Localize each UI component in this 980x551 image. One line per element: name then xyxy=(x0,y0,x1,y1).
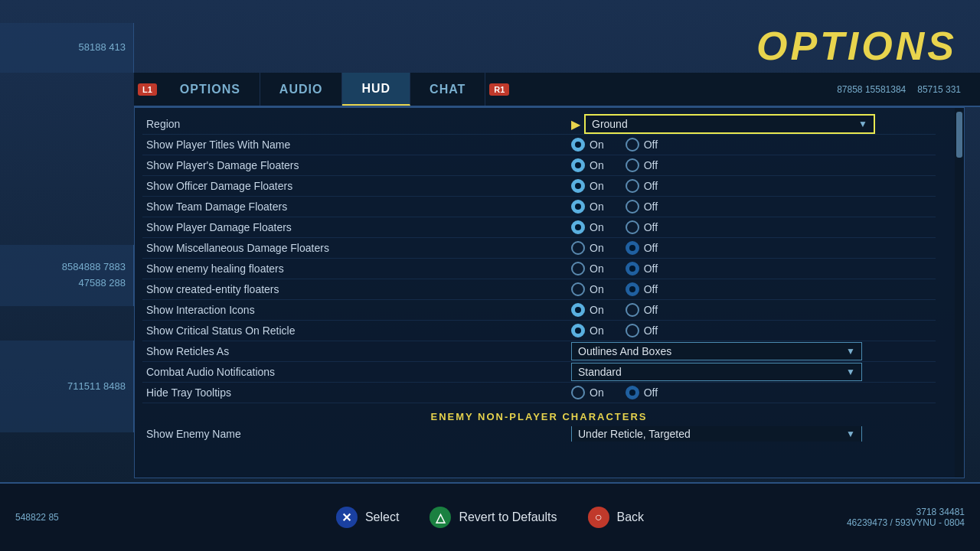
players-damage-on-radio[interactable] xyxy=(571,158,585,172)
interaction-icons-on-label: On xyxy=(590,304,604,316)
interaction-icons-on-radio[interactable] xyxy=(571,303,585,317)
critical-status-off-option[interactable]: Off xyxy=(626,324,658,337)
scrollbar-thumb[interactable] xyxy=(956,112,962,158)
hide-tray-off-radio[interactable] xyxy=(626,386,639,399)
players-damage-off-radio[interactable] xyxy=(626,158,639,172)
setting-row-reticles: Show Reticles As Outlines And Boxes ▼ xyxy=(142,341,936,362)
tab-options[interactable]: OPTIONS xyxy=(161,73,260,106)
tab-spacer: 87858 15581384 85715 331 xyxy=(513,73,980,106)
titles-off-option[interactable]: Off xyxy=(626,138,658,152)
bottom-stat-left: 548822 85 xyxy=(15,512,59,523)
back-button[interactable]: ○ Back xyxy=(587,507,644,528)
players-damage-off-option[interactable]: Off xyxy=(626,158,658,172)
created-entity-on-label: On xyxy=(590,283,604,295)
interaction-icons-off-option[interactable]: Off xyxy=(626,303,658,317)
titles-on-radio[interactable] xyxy=(571,138,585,152)
officer-damage-radio-group: On Off xyxy=(571,179,936,193)
enemy-healing-on-option[interactable]: On xyxy=(571,262,604,276)
region-label: Region xyxy=(142,118,571,130)
reticles-dropdown-arrow: ▼ xyxy=(846,346,855,357)
enemy-healing-radio-group: On Off xyxy=(571,262,936,276)
enemy-healing-off-radio[interactable] xyxy=(626,262,639,276)
region-arrow: ▶ xyxy=(571,117,580,132)
misc-damage-on-option[interactable]: On xyxy=(571,241,604,255)
enemy-healing-label: Show enemy healing floaters xyxy=(142,262,571,275)
setting-row-enemy-name: Show Enemy Name Under Reticle, Targeted … xyxy=(142,426,936,442)
setting-row-interaction-icons: Show Interaction Icons On Off xyxy=(142,300,936,321)
setting-row-player-damage: Show Player Damage Floaters On Off xyxy=(142,217,936,238)
setting-row-combat-audio: Combat Audio Notifications Standard ▼ xyxy=(142,362,936,383)
players-damage-off-label: Off xyxy=(644,159,658,171)
interaction-icons-on-option[interactable]: On xyxy=(571,303,604,317)
officer-damage-on-option[interactable]: On xyxy=(571,179,604,193)
region-dropdown[interactable]: Ground ▼ xyxy=(584,114,875,134)
players-damage-on-option[interactable]: On xyxy=(571,158,604,172)
critical-status-on-option[interactable]: On xyxy=(571,324,604,337)
combat-audio-dropdown-container: Standard ▼ xyxy=(571,363,862,381)
team-damage-on-option[interactable]: On xyxy=(571,200,604,214)
hide-tray-off-option[interactable]: Off xyxy=(626,386,658,399)
players-damage-on-label: On xyxy=(590,159,604,171)
tab-hud[interactable]: HUD xyxy=(342,73,410,106)
titles-off-radio[interactable] xyxy=(626,138,639,152)
l1-badge: L1 xyxy=(138,83,157,96)
tab-audio[interactable]: AUDIO xyxy=(260,73,343,106)
enemy-healing-on-radio[interactable] xyxy=(571,262,585,276)
setting-row-team-damage: Show Team Damage Floaters On Off xyxy=(142,197,936,217)
titles-on-option[interactable]: On xyxy=(571,138,604,152)
player-damage-off-option[interactable]: Off xyxy=(626,220,658,234)
player-damage-off-radio[interactable] xyxy=(626,220,639,234)
created-entity-off-radio[interactable] xyxy=(626,282,639,296)
critical-status-radio-group: On Off xyxy=(571,324,936,337)
created-entity-on-option[interactable]: On xyxy=(571,282,604,296)
created-entity-off-label: Off xyxy=(644,283,658,295)
officer-damage-on-label: On xyxy=(590,180,604,192)
enemy-name-dropdown[interactable]: Under Reticle, Targeted ▼ xyxy=(571,426,862,442)
player-damage-on-option[interactable]: On xyxy=(571,220,604,234)
select-button[interactable]: ✕ Select xyxy=(336,507,399,528)
scrollbar-track xyxy=(955,108,964,478)
misc-damage-on-radio[interactable] xyxy=(571,241,585,255)
created-entity-off-option[interactable]: Off xyxy=(626,282,658,296)
tab-chat[interactable]: CHAT xyxy=(410,73,485,106)
interaction-icons-radio-group: On Off xyxy=(571,303,936,317)
player-damage-on-label: On xyxy=(590,221,604,233)
enemy-healing-off-option[interactable]: Off xyxy=(626,262,658,276)
setting-row-critical-status: Show Critical Status On Reticle On Off xyxy=(142,321,936,341)
region-value: Ground xyxy=(592,118,628,130)
sidebar-mid-numbers-1: 8584888 7883 xyxy=(62,259,126,276)
setting-row-players-damage: Show Player's Damage Floaters On Off xyxy=(142,155,936,176)
enemy-healing-off-label: Off xyxy=(644,262,658,275)
critical-status-off-label: Off xyxy=(644,324,658,337)
team-damage-on-radio[interactable] xyxy=(571,200,585,214)
critical-status-on-radio[interactable] xyxy=(571,324,585,337)
officer-damage-off-radio[interactable] xyxy=(626,179,639,193)
team-damage-off-option[interactable]: Off xyxy=(626,200,658,214)
revert-button[interactable]: △ Revert to Defaults xyxy=(430,507,557,528)
team-damage-on-label: On xyxy=(590,201,604,213)
officer-damage-on-radio[interactable] xyxy=(571,179,585,193)
tab-numbers-right: 85715 331 xyxy=(917,84,961,95)
critical-status-off-radio[interactable] xyxy=(626,324,639,337)
enemy-name-dropdown-arrow: ▼ xyxy=(846,429,855,439)
reticles-dropdown[interactable]: Outlines And Boxes ▼ xyxy=(571,342,862,360)
bottom-actions: ✕ Select △ Revert to Defaults ○ Back xyxy=(336,507,644,528)
hide-tray-on-radio[interactable] xyxy=(571,386,585,399)
officer-damage-off-option[interactable]: Off xyxy=(626,179,658,193)
combat-audio-dropdown[interactable]: Standard ▼ xyxy=(571,363,862,381)
reticles-label: Show Reticles As xyxy=(142,345,571,357)
misc-damage-off-label: Off xyxy=(644,242,658,254)
hide-tray-on-option[interactable]: On xyxy=(571,386,604,399)
player-damage-on-radio[interactable] xyxy=(571,220,585,234)
tab-bar: L1 OPTIONS AUDIO HUD CHAT R1 87858 15581… xyxy=(134,73,980,107)
interaction-icons-off-radio[interactable] xyxy=(626,303,639,317)
hide-tray-label: Hide Tray Tooltips xyxy=(142,386,571,399)
player-damage-radio-group: On Off xyxy=(571,220,936,234)
created-entity-on-radio[interactable] xyxy=(571,282,585,296)
misc-damage-off-option[interactable]: Off xyxy=(626,241,658,255)
team-damage-off-radio[interactable] xyxy=(626,200,639,214)
critical-status-on-label: On xyxy=(590,324,604,337)
sidebar-mid-panel: 8584888 7883 47588 288 xyxy=(0,245,134,306)
misc-damage-off-radio[interactable] xyxy=(626,241,639,255)
players-damage-radio-group: On Off xyxy=(571,158,936,172)
